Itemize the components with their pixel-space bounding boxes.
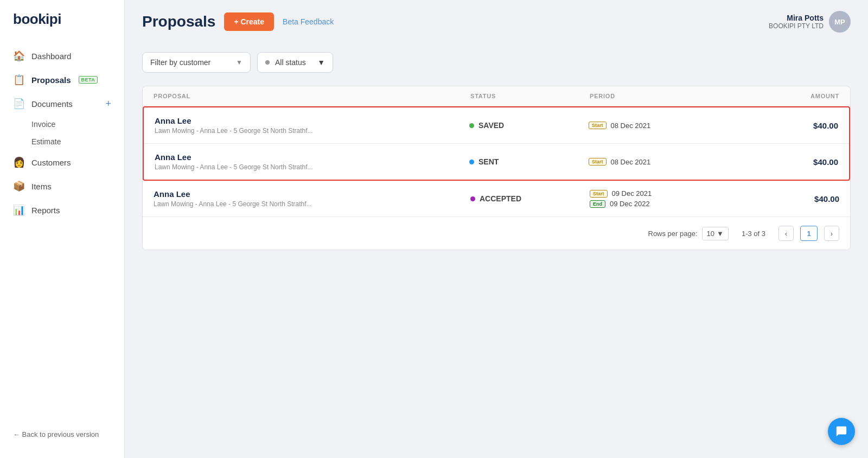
highlighted-rows-group: Anna Lee Lawn Mowing - Anna Lee - 5 Geor… xyxy=(143,106,850,181)
sidebar-item-estimate[interactable]: Estimate xyxy=(31,133,124,150)
content-area: Filter by customer ▼ All status ▼ PROPOS… xyxy=(125,41,868,458)
rows-per-page-label: Rows per page: xyxy=(648,230,698,238)
beta-badge: BETA xyxy=(79,76,98,84)
table-row[interactable]: Anna Lee Lawn Mowing - Anna Lee - 5 Geor… xyxy=(144,144,849,180)
filters: Filter by customer ▼ All status ▼ xyxy=(142,52,851,73)
page-range: 1-3 of 3 xyxy=(742,230,765,238)
status-indicator xyxy=(469,123,474,128)
rows-per-page-select[interactable]: 10 ▼ xyxy=(702,227,729,240)
period-start-row: Start 08 Dec 2021 xyxy=(589,122,741,130)
proposals-icon: 📋 xyxy=(13,74,25,86)
user-text: Mira Potts BOOKIPI PTY LTD xyxy=(769,14,824,30)
col-proposal: PROPOSAL xyxy=(154,93,470,99)
table-header: PROPOSAL STATUS PERIOD AMOUNT xyxy=(143,86,850,106)
sidebar-item-invoice[interactable]: Invoice xyxy=(31,116,124,133)
user-company: BOOKIPI PTY LTD xyxy=(769,22,824,30)
period-cell: Start 09 Dec 2021 End 09 Dec 2022 xyxy=(590,189,742,208)
status-text: SENT xyxy=(478,157,499,166)
period-start-row: Start 09 Dec 2021 xyxy=(590,189,742,198)
col-amount: AMOUNT xyxy=(742,93,839,99)
avatar: MP xyxy=(829,11,851,33)
col-period: PERIOD xyxy=(590,93,742,99)
col-status: STATUS xyxy=(470,93,590,99)
sidebar-item-label: Proposals xyxy=(31,75,71,85)
table-row[interactable]: Anna Lee Lawn Mowing - Anna Lee - 5 Geor… xyxy=(144,107,849,144)
sidebar-item-label: Reports xyxy=(31,206,60,215)
chevron-down-icon: ▼ xyxy=(236,59,242,66)
period-start-date: 08 Dec 2021 xyxy=(611,122,651,130)
customer-filter-label: Filter by customer xyxy=(150,58,210,67)
status-indicator xyxy=(470,196,475,201)
back-to-previous[interactable]: ← Back to previous version xyxy=(0,422,124,447)
sidebar-item-label: Invoice xyxy=(31,120,55,129)
sidebar-item-label: Documents xyxy=(31,99,73,109)
sidebar-item-dashboard[interactable]: 🏠 Dashboard xyxy=(0,44,124,68)
table-row[interactable]: Anna Lee Lawn Mowing - Anna Lee - 5 Geor… xyxy=(143,181,850,217)
nav-sub-documents: Invoice Estimate xyxy=(0,116,124,150)
pagination: Rows per page: 10 ▼ 1-3 of 3 ‹ 1 › xyxy=(143,217,850,250)
main-content: Proposals + Create Beta Feedback Mira Po… xyxy=(125,0,868,458)
status-indicator xyxy=(469,160,474,164)
status-dot-icon xyxy=(265,60,270,65)
user-info: Mira Potts BOOKIPI PTY LTD MP xyxy=(769,11,851,33)
amount-cell: $40.00 xyxy=(741,157,838,167)
amount-cell: $40.00 xyxy=(741,121,838,130)
current-page[interactable]: 1 xyxy=(800,226,818,241)
proposal-description: Lawn Mowing - Anna Lee - 5 George St Nor… xyxy=(155,163,469,171)
user-name: Mira Potts xyxy=(769,14,824,22)
customers-icon: 👩 xyxy=(13,156,25,168)
sidebar-item-label: Items xyxy=(31,182,52,191)
proposal-description: Lawn Mowing - Anna Lee - 5 George St Nor… xyxy=(154,200,470,208)
status-text: ACCEPTED xyxy=(480,194,521,203)
customer-filter[interactable]: Filter by customer ▼ xyxy=(142,52,251,73)
sidebar-item-proposals[interactable]: 📋 Proposals BETA xyxy=(0,68,124,92)
proposal-name: Anna Lee xyxy=(155,152,469,162)
proposal-name: Anna Lee xyxy=(154,189,470,199)
sidebar-item-documents[interactable]: 📄 Documents + xyxy=(0,92,124,116)
period-end-row: End 09 Dec 2022 xyxy=(590,200,742,208)
end-tag: End xyxy=(590,200,605,208)
add-document-icon[interactable]: + xyxy=(105,98,111,110)
sidebar-item-customers[interactable]: 👩 Customers xyxy=(0,150,124,174)
prev-page-button[interactable]: ‹ xyxy=(778,226,794,241)
proposal-info: Anna Lee Lawn Mowing - Anna Lee - 5 Geor… xyxy=(155,116,469,135)
amount-cell: $40.00 xyxy=(742,194,839,203)
start-tag: Start xyxy=(590,190,608,198)
sidebar: bookipi 🏠 Dashboard 📋 Proposals BETA 📄 D… xyxy=(0,0,125,458)
status-filter-label: All status xyxy=(275,58,306,67)
beta-feedback-link[interactable]: Beta Feedback xyxy=(283,17,334,26)
period-start-date: 08 Dec 2021 xyxy=(611,158,651,166)
header-left: Proposals + Create Beta Feedback xyxy=(142,12,334,31)
proposals-table: PROPOSAL STATUS PERIOD AMOUNT Anna Lee L… xyxy=(142,86,851,250)
reports-icon: 📊 xyxy=(13,204,25,216)
period-cell: Start 08 Dec 2021 xyxy=(589,158,741,166)
logo: bookipi xyxy=(0,11,124,44)
sidebar-item-label: Estimate xyxy=(31,137,61,146)
status-text: SAVED xyxy=(478,121,504,130)
create-button[interactable]: + Create xyxy=(224,12,274,31)
status-cell: SENT xyxy=(469,157,589,166)
sidebar-item-items[interactable]: 📦 Items xyxy=(0,174,124,198)
documents-icon: 📄 xyxy=(13,98,25,110)
items-icon: 📦 xyxy=(13,180,25,192)
sidebar-item-reports[interactable]: 📊 Reports xyxy=(0,198,124,222)
start-tag: Start xyxy=(589,122,607,129)
period-start-row: Start 08 Dec 2021 xyxy=(589,158,741,166)
chevron-down-icon: ▼ xyxy=(717,230,724,238)
proposal-name: Anna Lee xyxy=(155,116,469,125)
dashboard-icon: 🏠 xyxy=(13,50,25,62)
status-filter[interactable]: All status ▼ xyxy=(257,52,333,73)
sidebar-item-label: Dashboard xyxy=(31,52,71,61)
next-page-button[interactable]: › xyxy=(824,226,839,241)
rows-per-page: Rows per page: 10 ▼ xyxy=(648,227,729,240)
rows-per-page-value: 10 xyxy=(707,230,714,238)
period-cell: Start 08 Dec 2021 xyxy=(589,122,741,130)
proposal-description: Lawn Mowing - Anna Lee - 5 George St Nor… xyxy=(155,127,469,135)
sidebar-item-label: Customers xyxy=(31,158,71,167)
start-tag: Start xyxy=(589,158,607,166)
status-cell: ACCEPTED xyxy=(470,194,590,203)
chevron-down-icon: ▼ xyxy=(317,58,325,67)
chat-button[interactable] xyxy=(828,418,855,445)
status-cell: SAVED xyxy=(469,121,589,130)
period-end-date: 09 Dec 2022 xyxy=(610,200,650,208)
